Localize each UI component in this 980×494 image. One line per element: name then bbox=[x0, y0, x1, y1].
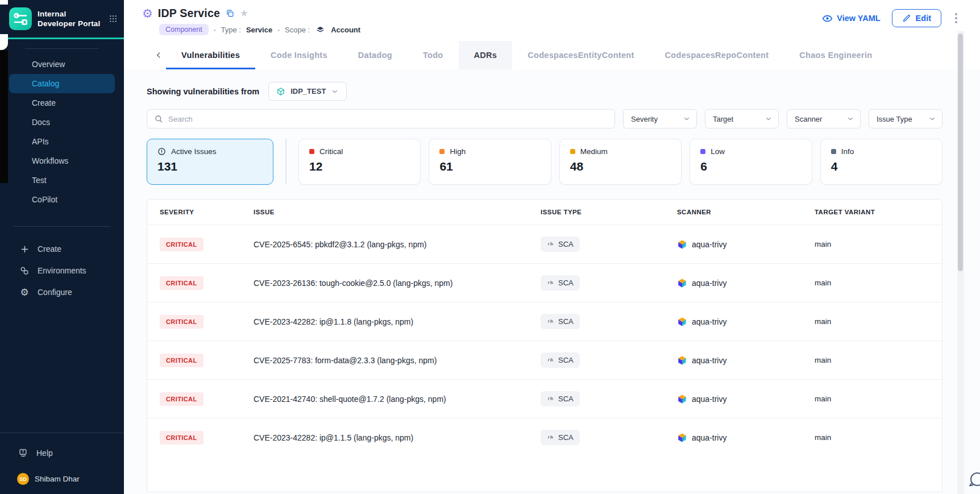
window-edge-artifact bbox=[0, 0, 8, 5]
sidebar-nav-item-label: Overview bbox=[32, 60, 65, 69]
scanner-cell: aqua-trivy bbox=[677, 239, 815, 250]
severity-card[interactable]: High 61 bbox=[429, 139, 551, 185]
scope-value: Account bbox=[331, 26, 360, 34]
severity-card[interactable]: Medium 48 bbox=[559, 139, 682, 185]
user-menu[interactable]: SD Shibam Dhar bbox=[0, 458, 124, 494]
issue-type-chip: SCA bbox=[541, 314, 580, 329]
sidebar-nav-item-label: Create bbox=[32, 98, 56, 107]
scrollbar-track[interactable] bbox=[957, 31, 964, 494]
sidebar-nav-item[interactable]: Catalog bbox=[9, 74, 115, 93]
entity-selector[interactable]: IDP_TEST bbox=[268, 82, 347, 101]
severity-card[interactable]: Info 4 bbox=[820, 139, 942, 185]
sidebar-divider bbox=[25, 48, 99, 49]
sidebar-environments-button[interactable]: Environments bbox=[0, 260, 124, 281]
favorite-star-icon[interactable]: ★ bbox=[240, 9, 248, 18]
copy-icon[interactable] bbox=[225, 9, 235, 18]
severity-badge: CRITICAL bbox=[160, 315, 204, 329]
target-variant-cell: main bbox=[815, 317, 942, 326]
severity-card-count: 4 bbox=[831, 160, 932, 173]
filter-select[interactable]: Severity bbox=[623, 109, 697, 128]
sidebar-create-label: Create bbox=[38, 244, 61, 254]
more-options-icon[interactable] bbox=[953, 11, 960, 26]
table-row[interactable]: CRITICAL CVE-2021-42740: shell-quote@1.7… bbox=[147, 379, 942, 418]
search-input[interactable] bbox=[168, 115, 608, 123]
tab[interactable]: Datadog bbox=[343, 41, 408, 69]
sidebar-nav-item[interactable]: Create bbox=[9, 93, 115, 113]
tab[interactable]: Chaos Engineerin bbox=[784, 41, 887, 69]
column-header: SCANNER bbox=[677, 209, 815, 215]
tab[interactable]: Todo bbox=[408, 41, 459, 69]
tab-label: ADRs bbox=[474, 51, 497, 60]
help-label: Help bbox=[36, 449, 53, 458]
page-title: IDP Service bbox=[158, 7, 220, 20]
sidebar-nav-item[interactable]: APIs bbox=[9, 132, 115, 151]
sidebar-create-button[interactable]: Create bbox=[0, 238, 124, 260]
table-row[interactable]: CRITICAL CVE-2023-26136: tough-cookie@2.… bbox=[147, 263, 942, 302]
sidebar-nav-item[interactable]: Workflows bbox=[9, 151, 115, 171]
severity-dot bbox=[700, 149, 705, 154]
floating-assistant-icon[interactable] bbox=[966, 470, 980, 491]
tab-label: Chaos Engineerin bbox=[799, 51, 872, 60]
tab[interactable]: CodespacesEntityContent bbox=[512, 41, 649, 69]
target-variant-cell: main bbox=[815, 433, 942, 442]
table-row[interactable]: CRITICAL CVE-2023-42282: ip@1.1.8 (lang-… bbox=[147, 302, 942, 341]
severity-badge: CRITICAL bbox=[160, 392, 204, 406]
filter-select-label: Target bbox=[713, 115, 733, 123]
table-row[interactable]: CRITICAL CVE-2023-42282: ip@1.1.5 (lang-… bbox=[147, 418, 942, 456]
filter-select[interactable]: Issue Type bbox=[869, 109, 942, 128]
tab[interactable]: ADRs bbox=[459, 41, 513, 69]
sidebar-configure-button[interactable]: ⚙ Configure bbox=[0, 281, 124, 303]
view-yaml-button[interactable]: View YAML bbox=[822, 13, 880, 24]
sidebar-nav-item[interactable]: Overview bbox=[9, 55, 115, 74]
sidebar-nav-item[interactable]: Docs bbox=[9, 113, 115, 132]
sidebar-divider bbox=[14, 226, 110, 227]
tabs-scroll-left-icon[interactable] bbox=[151, 41, 166, 69]
severity-card-label: Info bbox=[841, 147, 854, 156]
app-logo-icon[interactable] bbox=[9, 7, 32, 30]
pencil-icon bbox=[902, 14, 911, 23]
severity-cell: CRITICAL bbox=[160, 276, 254, 290]
severity-cell: CRITICAL bbox=[160, 431, 254, 445]
entity-selector-value: IDP_TEST bbox=[290, 87, 326, 96]
avatar: SD bbox=[17, 473, 29, 485]
active-issues-label: Active Issues bbox=[171, 147, 217, 156]
apps-grid-icon[interactable] bbox=[109, 13, 117, 24]
issue-type-cell: SCA bbox=[541, 236, 677, 252]
aqua-trivy-icon bbox=[677, 355, 687, 366]
issue-type-cell: SCA bbox=[541, 391, 677, 406]
column-header: ISSUE TYPE bbox=[541, 209, 677, 215]
scrollbar-thumb[interactable] bbox=[958, 34, 963, 271]
filter-select-label: Scanner bbox=[795, 115, 822, 123]
filter-select[interactable]: Target bbox=[705, 109, 779, 128]
active-issues-count: 131 bbox=[157, 160, 263, 173]
filter-select-label: Issue Type bbox=[877, 115, 912, 123]
target-variant-cell: main bbox=[815, 279, 942, 287]
target-variant-cell: main bbox=[815, 356, 942, 364]
chevron-down-icon bbox=[928, 115, 936, 123]
sidebar-nav-item[interactable]: Test bbox=[9, 171, 115, 190]
user-name: Shibam Dhar bbox=[35, 475, 80, 483]
severity-card[interactable]: Low 6 bbox=[690, 139, 812, 185]
tab[interactable]: Vulnerabilities bbox=[166, 41, 255, 69]
tab[interactable]: Code Insights bbox=[255, 41, 343, 69]
tab[interactable]: CodespacesRepoContent bbox=[650, 41, 784, 69]
fingerprint-icon bbox=[547, 395, 554, 402]
active-issues-card[interactable]: Active Issues 131 bbox=[147, 139, 273, 185]
search-icon bbox=[154, 114, 163, 123]
filter-select[interactable]: Scanner bbox=[787, 109, 861, 128]
edit-button[interactable]: Edit bbox=[892, 9, 941, 27]
sidebar-nav-item[interactable]: CoPilot bbox=[9, 190, 115, 209]
service-gear-icon: ⚙ bbox=[142, 7, 153, 19]
tab-label: Datadog bbox=[358, 51, 392, 60]
tab-label: CodespacesEntityContent bbox=[528, 51, 634, 60]
search-box bbox=[147, 109, 615, 128]
type-label: Type : bbox=[221, 26, 240, 34]
app-window: Internal Developer Portal Overview Catal… bbox=[0, 0, 980, 494]
table-row[interactable]: CRITICAL CVE-2025-6545: pbkdf2@3.1.2 (la… bbox=[147, 225, 942, 263]
tab-label: Code Insights bbox=[271, 51, 327, 60]
help-button[interactable]: ? Help bbox=[0, 433, 124, 458]
severity-card[interactable]: Critical 12 bbox=[298, 139, 421, 185]
table-row[interactable]: CRITICAL CVE-2025-7783: form-data@2.3.3 … bbox=[147, 341, 942, 379]
issue-type-chip: SCA bbox=[541, 275, 580, 290]
aqua-trivy-icon bbox=[677, 278, 687, 288]
